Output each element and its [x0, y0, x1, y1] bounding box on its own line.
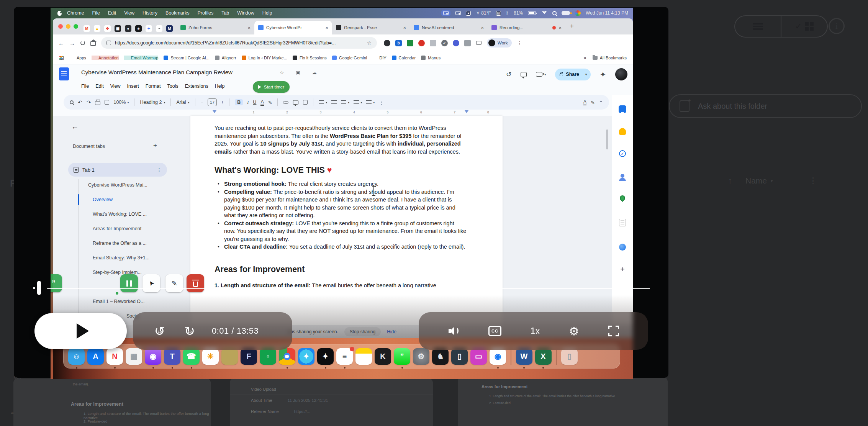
dock-separator	[511, 347, 511, 365]
profile-name: Work	[498, 41, 508, 45]
mac-status-icons: ▲ ☀ 81°F ▤ ᛒ 81% Wed Jun 11 4:13 PM	[441, 10, 628, 16]
forward-10-button[interactable]: ↻10	[182, 323, 197, 339]
outline-item: Areas for Improvement	[88, 221, 184, 236]
tab-favicon	[491, 25, 497, 30]
extension-icon: ✓	[441, 40, 448, 46]
apps-grid-icon	[59, 56, 64, 60]
bookmarks-bar: Apps Annotation Email Warmup Str	[53, 51, 633, 64]
dock-app-icon: ●	[279, 348, 295, 365]
docs-menu-item: Edit	[95, 84, 104, 89]
bookmark-favicon	[392, 56, 396, 60]
grid-view-button: ✓	[781, 16, 827, 37]
keyboard-icon: ▤	[496, 11, 501, 16]
reload-icon	[80, 41, 85, 45]
browser-tab: New AI centered ×	[410, 21, 488, 34]
share-button: Share ▾	[555, 69, 591, 80]
dock-app-icon: K	[375, 348, 391, 365]
card-text: the email).	[73, 382, 89, 386]
highlight-button: ✎	[268, 100, 272, 105]
tab-close-icon: ×	[325, 25, 328, 31]
url-text: https://docs.google.com/document/d/15EeP…	[115, 40, 363, 46]
document-page: You are reaching out to past per-request…	[190, 116, 503, 325]
bookmark-favicon	[372, 56, 377, 60]
mac-menu-item: Help	[262, 10, 272, 16]
docs-menu-item: Tools	[167, 84, 178, 89]
cast-icon	[476, 41, 481, 45]
list-view-icon	[753, 23, 763, 30]
recording-dot	[397, 26, 400, 29]
time-display: 0:01 / 13:53	[212, 326, 259, 336]
card-line: 2. Feature-ded	[84, 419, 107, 423]
ruler-number: 8	[472, 110, 505, 115]
line-spacing-icon	[331, 100, 337, 105]
bookmark-label: Log In ‹ DIY Marke...	[249, 56, 287, 60]
fullscreen-button[interactable]	[608, 326, 619, 336]
text-segment: rather than a mass blast. You've written…	[232, 149, 460, 155]
bookmark-favicon	[70, 56, 74, 60]
outline-item: Overview	[88, 192, 184, 207]
dock-app-icon: ”	[394, 348, 410, 365]
version-history-icon: ↺	[506, 70, 511, 79]
play-button[interactable]	[34, 313, 127, 349]
annotation-trash-button	[187, 274, 204, 292]
bookmark-item: Stream | Google Al...	[164, 56, 209, 60]
dock-app-icon: ☎	[183, 348, 200, 365]
folder-icon	[593, 56, 598, 60]
overflow-menu-icon: ⋮	[809, 176, 817, 186]
italic-button: I	[247, 100, 249, 105]
tab-close-icon: ×	[403, 25, 406, 31]
playback-speed-button[interactable]: 1x	[531, 326, 540, 336]
chrome-tab-strip: M▲❖▦●e✦~M Zoho Forms × Cybervise WordPr	[53, 18, 633, 34]
dock-app-icon: W	[516, 348, 532, 365]
doc-tab-icon	[74, 167, 79, 173]
card-line: 1. Length and structure of the email: Th…	[84, 411, 211, 420]
battery-icon	[528, 11, 536, 15]
bookmark-label: Manus	[428, 56, 441, 60]
bookmark-item: Fix it Sessions	[293, 56, 327, 60]
captions-button[interactable]: CC	[488, 326, 501, 336]
settings-gear-icon[interactable]: ⚙	[569, 324, 579, 338]
extension-icon: b	[395, 40, 402, 46]
time-divider: /	[231, 326, 234, 336]
google-side-panel: ▂ ✓ +	[612, 95, 633, 325]
browser-tab: Zoho Forms ×	[177, 21, 254, 34]
bookmark-favicon	[124, 56, 129, 60]
dock-trash: ▯	[561, 348, 578, 365]
control-center-icon	[562, 11, 570, 15]
pinned-tab-favicon: M	[166, 25, 173, 32]
add-comment-icon	[293, 100, 298, 105]
rewind-10-button[interactable]: ↺10	[152, 323, 167, 339]
chevron-down-icon: ▾	[771, 179, 773, 184]
progress-scrubber[interactable]	[37, 281, 41, 295]
chrome-menu-icon: ⋮	[517, 40, 522, 46]
screen-sharing-icon	[441, 10, 450, 16]
extension-icon	[384, 40, 390, 46]
ask-folder-input: Ask about this folder	[669, 94, 862, 118]
redo-icon: ↷	[87, 99, 91, 105]
pinned-tab-favicon: ▦	[115, 25, 121, 32]
dock-app-icon: ◉	[145, 348, 161, 365]
forward-icon: →	[69, 40, 75, 46]
volume-button[interactable]	[448, 326, 459, 336]
annotation-dot	[116, 292, 118, 295]
close-outline-icon: ←	[71, 123, 79, 131]
bookmark-favicon	[293, 56, 297, 60]
document-tabs-header: Document tabs	[73, 144, 105, 149]
annotation-cursor-button: ➤	[142, 274, 160, 292]
pinned-tab-favicon: ✦	[146, 25, 152, 32]
profile-chip: Work	[487, 38, 512, 48]
print-icon	[95, 101, 100, 105]
progress-bar[interactable]	[47, 288, 650, 289]
extension-icon	[430, 40, 436, 46]
sort-by-name: Name▾	[745, 176, 773, 185]
text-segment: WordPress Basic Plan for $395	[330, 133, 411, 139]
toolbar-more-icon: ⋮	[379, 100, 384, 105]
progress-dot	[33, 287, 35, 289]
notes-addon-icon	[612, 209, 633, 236]
whats-working-list: Strong emotional hook: The real client s…	[215, 180, 467, 251]
ruler-number: 6	[405, 110, 438, 115]
extension-icon	[407, 40, 413, 46]
comments-icon	[521, 72, 527, 77]
mac-menu-item: File	[92, 10, 100, 16]
dock-app-icon	[355, 348, 372, 365]
